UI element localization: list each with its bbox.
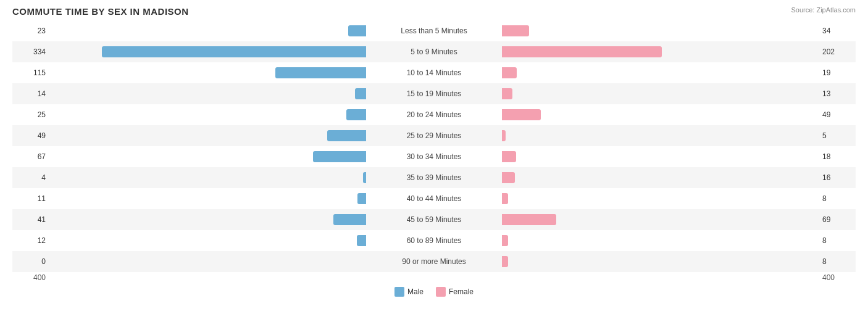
male-bar — [355, 88, 366, 99]
legend-female: Female — [436, 287, 474, 297]
row-label: 35 to 39 Minutes — [366, 173, 502, 182]
female-value: 8 — [819, 236, 856, 245]
table-row: 23 Less than 5 Minutes 34 — [12, 20, 856, 41]
female-value: 5 — [819, 131, 856, 140]
row-label: 40 to 44 Minutes — [366, 194, 502, 203]
table-row: 25 20 to 24 Minutes 49 — [12, 104, 856, 125]
male-bar — [275, 67, 366, 78]
male-bar — [102, 46, 366, 57]
male-bar — [346, 109, 366, 120]
female-value: 18 — [819, 152, 856, 161]
table-row: 49 25 to 29 Minutes 5 — [12, 125, 856, 146]
table-row: 115 10 to 14 Minutes 19 — [12, 62, 856, 83]
male-value: 41 — [12, 215, 49, 224]
male-value: 12 — [12, 236, 49, 245]
female-bar — [502, 151, 516, 162]
chart-title: COMMUTE TIME BY SEX IN MADISON — [12, 6, 856, 17]
female-bar — [502, 235, 508, 246]
female-bar-side — [502, 192, 819, 205]
female-value: 8 — [819, 194, 856, 203]
female-value: 202 — [819, 47, 856, 56]
male-bar-side — [49, 46, 366, 58]
female-bar — [502, 172, 515, 183]
male-bar-side — [49, 255, 366, 268]
male-bar-side — [49, 88, 366, 100]
female-legend-box — [436, 287, 446, 297]
table-row: 12 60 to 89 Minutes 8 — [12, 230, 856, 251]
female-bar-side — [502, 88, 819, 100]
female-bar-side — [502, 151, 819, 163]
male-bar-side — [49, 171, 366, 184]
male-value: 67 — [12, 152, 49, 161]
legend: Male Female — [12, 287, 856, 297]
female-legend-label: Female — [449, 287, 474, 296]
male-value: 334 — [12, 47, 49, 56]
male-value: 49 — [12, 131, 49, 140]
table-row: 11 40 to 44 Minutes 8 — [12, 188, 856, 209]
female-bar — [502, 109, 541, 120]
male-bar-side — [49, 67, 366, 79]
source-text: Source: ZipAtlas.com — [791, 6, 856, 14]
male-value: 115 — [12, 68, 49, 77]
male-value: 4 — [12, 173, 49, 182]
female-bar-side — [502, 130, 819, 142]
legend-male: Male — [394, 287, 424, 297]
row-label: 15 to 19 Minutes — [366, 89, 502, 98]
male-bar-side — [49, 234, 366, 247]
female-bar — [502, 214, 556, 225]
row-label: 30 to 34 Minutes — [366, 152, 502, 161]
table-row: 41 45 to 59 Minutes 69 — [12, 209, 856, 230]
chart-container: COMMUTE TIME BY SEX IN MADISON Source: Z… — [0, 0, 868, 322]
male-legend-box — [394, 287, 404, 297]
male-legend-label: Male — [407, 287, 424, 296]
male-bar-side — [49, 213, 366, 226]
female-bar-side — [502, 46, 819, 58]
male-value: 0 — [12, 257, 49, 266]
male-value: 23 — [12, 27, 49, 35]
axis-right: 400 — [819, 273, 856, 282]
female-bar — [502, 25, 529, 36]
female-bar-side — [502, 171, 819, 184]
female-value: 69 — [819, 215, 856, 224]
male-value: 11 — [12, 194, 49, 203]
row-label: 25 to 29 Minutes — [366, 131, 502, 140]
table-row: 67 30 to 34 Minutes 18 — [12, 146, 856, 167]
female-value: 8 — [819, 257, 856, 266]
female-bar — [502, 88, 512, 99]
axis-row: 400 400 — [12, 273, 856, 282]
male-value: 25 — [12, 110, 49, 119]
row-label: 20 to 24 Minutes — [366, 110, 502, 119]
axis-left: 400 — [12, 273, 49, 282]
table-row: 334 5 to 9 Minutes 202 — [12, 41, 856, 62]
chart-body: 23 Less than 5 Minutes 34 334 5 to 9 Min… — [12, 20, 856, 272]
male-bar-side — [49, 25, 366, 37]
table-row: 14 15 to 19 Minutes 13 — [12, 83, 856, 104]
row-label: 60 to 89 Minutes — [366, 236, 502, 245]
female-bar — [502, 130, 506, 141]
female-value: 16 — [819, 173, 856, 182]
female-bar-side — [502, 234, 819, 247]
row-label: 5 to 9 Minutes — [366, 47, 502, 56]
female-value: 19 — [819, 68, 856, 77]
male-bar — [348, 25, 366, 36]
male-bar-side — [49, 151, 366, 163]
row-label: 45 to 59 Minutes — [366, 215, 502, 224]
female-bar — [502, 67, 517, 78]
male-bar — [357, 235, 366, 246]
female-bar-side — [502, 67, 819, 79]
table-row: 4 35 to 39 Minutes 16 — [12, 167, 856, 188]
female-bar — [502, 193, 508, 204]
female-value: 13 — [819, 89, 856, 98]
male-bar — [333, 214, 366, 225]
row-label: 10 to 14 Minutes — [366, 68, 502, 77]
female-bar-side — [502, 213, 819, 226]
male-bar-side — [49, 109, 366, 121]
row-label: 90 or more Minutes — [366, 257, 502, 266]
female-value: 49 — [819, 110, 856, 119]
row-label: Less than 5 Minutes — [366, 27, 502, 35]
female-bar-side — [502, 255, 819, 268]
male-bar-side — [49, 130, 366, 142]
male-bar-side — [49, 192, 366, 205]
male-bar — [327, 130, 366, 141]
female-bar-side — [502, 109, 819, 121]
